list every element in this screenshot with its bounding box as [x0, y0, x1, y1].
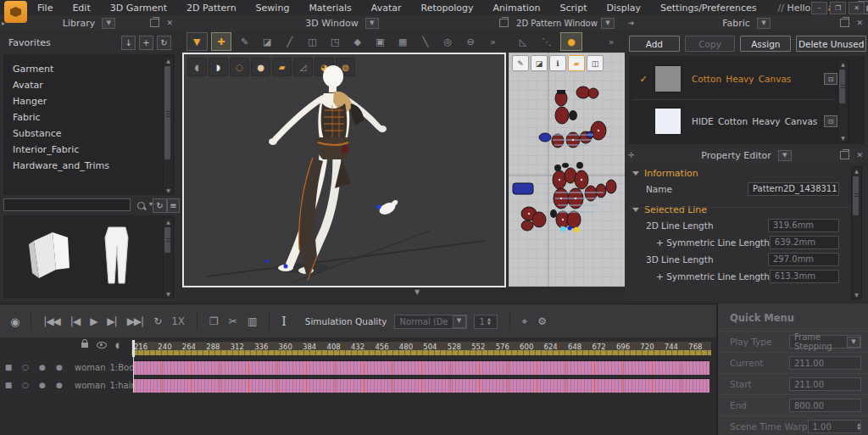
popout-icon[interactable] [150, 19, 159, 27]
list-view-icon[interactable]: ≡ [167, 198, 180, 213]
end-input[interactable]: 800.00 [789, 399, 861, 412]
selected-line-section-header[interactable]: Selected Line [626, 204, 868, 215]
save-fabric-icon[interactable]: ⊡ [824, 115, 837, 127]
import-icon[interactable]: ↓ [121, 36, 136, 50]
delete-icon[interactable]: ▥ [248, 315, 257, 327]
pin-tool-icon[interactable]: ╱ [281, 33, 300, 50]
loop-icon[interactable]: ↻ [153, 315, 161, 327]
stitch-tool-icon[interactable]: ╲ [415, 33, 435, 50]
menu-materials[interactable]: Materials [309, 3, 351, 14]
property-value[interactable]: 639.2mm [770, 236, 839, 249]
save-fabric-icon[interactable]: ⊡ [824, 73, 837, 85]
search-input[interactable] [3, 198, 131, 211]
menu-script[interactable]: Script [560, 3, 587, 14]
close-icon[interactable]: ✕ [856, 151, 863, 159]
skip-to-start-icon[interactable]: |◀◀ [43, 315, 60, 327]
track-enable-checkbox[interactable]: ■ [0, 363, 17, 371]
popout-icon[interactable] [840, 151, 849, 159]
capture-focus-icon[interactable]: ⌖ [522, 315, 528, 327]
assign-button[interactable]: Assign [740, 36, 791, 52]
playback-speed-label[interactable]: 1X [171, 315, 185, 327]
name-input[interactable]: Pattern2D_1438311 [748, 182, 839, 196]
eye-icon[interactable] [97, 342, 107, 349]
scene-time-warp-input[interactable]: 1.00▲▼ [808, 420, 861, 433]
popout-icon[interactable] [840, 19, 849, 27]
measure-tool-icon[interactable]: ⊖ [461, 33, 481, 50]
show-garment-icon[interactable]: ◪ [531, 55, 548, 71]
avatar-arrange-icon[interactable]: ◆ [348, 33, 367, 50]
close-button[interactable]: ✕ [849, 2, 865, 14]
library-scrollbar[interactable]: ▲▼ [163, 56, 174, 195]
fabric-swatch[interactable] [654, 65, 682, 92]
refresh-icon[interactable]: ↻ [153, 198, 167, 213]
track-circle-toggle[interactable]: ○ [17, 363, 34, 371]
pen-tool-icon[interactable]: ✎ [235, 33, 254, 50]
copy-keyframe-icon[interactable]: ❐ [209, 315, 219, 327]
visibility-pen-icon[interactable]: ✎ [512, 55, 529, 71]
pattern-pair-icon[interactable]: ◫ [303, 33, 322, 50]
edit-point-icon[interactable]: ⋱ [537, 33, 557, 50]
fabric-panel-dropdown[interactable]: ▼ [757, 18, 771, 29]
pattern-2d-canvas[interactable]: ✎◪ℹ▰◫ [509, 53, 625, 287]
sound-icon[interactable]: ◖ [115, 341, 120, 349]
track-keyframe-bar[interactable] [133, 360, 709, 375]
spinner-arrows-icon[interactable]: ▲▼ [857, 422, 860, 431]
simulation-quality-dropdown[interactable]: Normal (Default) ▼ [394, 315, 467, 329]
stitch-edit-icon[interactable]: ✂ [229, 315, 237, 327]
next-frame-icon[interactable]: ▶| [107, 315, 116, 327]
fabric-swatch[interactable] [654, 108, 682, 135]
menu-file[interactable]: File [37, 3, 53, 14]
property-editor-scrollbar[interactable]: ▲▼ [851, 166, 862, 299]
delete-unused-button[interactable]: Delete Unused [796, 36, 866, 52]
library-item-interior-fabric[interactable]: Interior_Fabric [3, 142, 175, 158]
toolbar-overflow-icon[interactable]: » [483, 33, 503, 50]
grid-tool-icon[interactable]: ▦ [393, 33, 413, 50]
menu-retopology[interactable]: Retopology [421, 3, 474, 14]
dock-arrow-icon[interactable]: ✛ [628, 151, 635, 159]
add-icon[interactable]: + [139, 36, 153, 50]
popout-icon[interactable] [499, 19, 509, 27]
garment-folder-thumbnail[interactable] [27, 231, 75, 282]
prev-frame-icon[interactable]: |◀ [70, 315, 80, 327]
minimize-button[interactable]: – [811, 2, 827, 14]
library-item-substance[interactable]: Substance [3, 125, 175, 142]
menu-2d-pattern[interactable]: 2D Pattern [186, 3, 236, 14]
track-dot-toggle[interactable]: ● [34, 363, 51, 371]
fabric-scrollbar[interactable]: ▲▼ [837, 59, 849, 142]
information-section-header[interactable]: Information [626, 168, 868, 179]
step-count-input[interactable]: 1 ▲▼ [474, 315, 498, 329]
skip-to-end-icon[interactable]: ▶▶| [127, 315, 144, 327]
flip-tool-icon[interactable]: ◳ [326, 33, 345, 50]
3d-window-dropdown[interactable]: ▼ [365, 18, 379, 29]
timeline-ruler[interactable]: 2162402642883123363603844084324564805045… [131, 342, 711, 355]
track-circle-toggle[interactable]: ○ [17, 381, 34, 389]
menu-3d-garment[interactable]: 3D Garment [110, 3, 167, 14]
transform-pattern-icon[interactable]: ◺ [513, 33, 533, 50]
play-icon[interactable]: ▶ [90, 315, 97, 327]
menu-edit[interactable]: Edit [72, 3, 90, 14]
fabric-item-hide-cotton-heavy-canvas[interactable]: HIDE_Cotton_Heavy_Canvas⊡ [632, 102, 843, 141]
toolbar-overflow-icon[interactable]: » [601, 33, 621, 50]
collapse-chevron-icon[interactable]: ▼ [415, 288, 420, 296]
close-icon[interactable]: ✕ [166, 19, 173, 27]
spinner-arrows-icon[interactable]: ▲▼ [487, 317, 491, 326]
simulate-icon[interactable]: ▼ [186, 32, 208, 51]
property-value[interactable]: 613.3mm [770, 270, 839, 283]
track-enable-checkbox[interactable]: ■ [0, 381, 17, 389]
fabric-item-cotton-heavy-canvas[interactable]: ✓Cotton_Heavy_Canvas⊡ [632, 59, 843, 98]
property-editor-dropdown[interactable]: ▼ [778, 150, 792, 161]
start-input[interactable]: 211.00 [789, 377, 861, 391]
track-dot-toggle[interactable]: ● [51, 363, 68, 371]
menu-avatar[interactable]: Avatar [371, 3, 402, 14]
library-item-hardware-and-trims[interactable]: Hardware_and_Trims [3, 158, 175, 174]
current-input[interactable]: 211.00 [789, 356, 861, 370]
fabric-circle-icon[interactable]: ● [560, 32, 582, 51]
dock-arrow-icon[interactable]: ➜ [628, 19, 635, 27]
fabric-view-icon[interactable]: ▰ [568, 55, 585, 71]
menu-sewing[interactable]: Sewing [256, 3, 290, 14]
add-button[interactable]: Add [629, 36, 680, 52]
track-keyframe-bar[interactable] [133, 378, 709, 393]
fold-arrangement-icon[interactable]: ▣ [370, 33, 390, 50]
garment-select-icon[interactable]: ◪ [258, 33, 277, 50]
library-item-garment[interactable]: Garment [3, 61, 175, 77]
